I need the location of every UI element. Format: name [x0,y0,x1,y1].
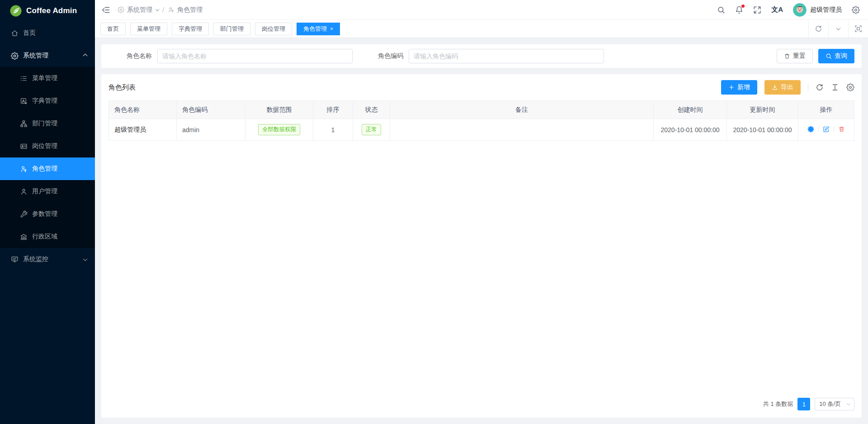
sidebar-item-label: 角色管理 [32,165,87,173]
home-icon [11,29,19,37]
add-button[interactable]: 新增 [721,80,757,95]
gear-icon [118,6,124,13]
sidebar-item-home[interactable]: 首页 [0,22,95,44]
row-permissions-gear-icon[interactable] [807,126,814,133]
sidebar-item-menu-management[interactable]: 菜单管理 [0,67,95,90]
column-header: 角色编码 [177,101,245,119]
tab-label: 字典管理 [179,25,202,33]
search-icon[interactable] [717,6,725,14]
monitor-icon [11,256,19,263]
sidebar-item-post-management[interactable]: 岗位管理 [0,135,95,157]
divider [818,126,819,132]
role-name-input[interactable] [157,49,353,63]
table-row: 超级管理员 admin 全部数据权限 1 正常 2020-10-01 00:00… [109,119,854,141]
tab-label: 岗位管理 [262,25,285,33]
table-header-row: 角色名称 角色编码 数据范围 排序 状态 备注 创建时间 更新时间 操作 [109,101,854,119]
tab-department-management[interactable]: 部门管理 [213,23,250,35]
page-button-1[interactable]: 1 [797,398,810,410]
column-header: 状态 [353,101,390,119]
content: 角色名称 角色编码 重置 查询 [95,38,868,424]
search-button-label: 查询 [835,52,847,60]
topbar: 系统管理 / 角色管理 [95,0,868,20]
reset-button[interactable]: 重置 [777,49,813,63]
username: 超级管理员 [810,6,842,14]
cell-data-scope: 全部数据权限 [245,119,313,141]
refresh-icon[interactable] [816,83,824,91]
tab-home[interactable]: 首页 [100,23,126,35]
role-name-label: 角色名称 [108,52,152,60]
data-scope-tag: 全部数据权限 [258,124,300,135]
user-menu[interactable]: 超级管理员 [793,3,842,17]
tab-dictionary-management[interactable]: 字典管理 [172,23,209,35]
sidebar-item-dictionary-management[interactable]: 字典管理 [0,90,95,112]
notification-badge [741,5,745,8]
delete-icon[interactable] [838,126,845,133]
user-icon [20,188,28,195]
search-form-actions: 重置 查询 [777,49,854,63]
app-logo: Coffee Admin [0,0,95,22]
cell-role-code: admin [177,119,245,141]
table-card-actions: 新增 导出 [721,80,854,95]
sidebar-item-admin-region[interactable]: 行政区域 [0,225,95,248]
app-title: Coffee Admin [26,6,77,15]
download-icon [772,84,778,91]
app-root: Coffee Admin 首页 系统管理 [0,0,868,424]
tab-label: 角色管理 [303,25,327,33]
notification-bell-icon[interactable] [735,6,743,14]
column-header: 更新时间 [727,101,798,119]
pagination: 共 1 条数据 1 10 条/页 [108,391,854,418]
search-button[interactable]: 查询 [818,49,854,63]
tab-label: 首页 [107,25,119,33]
fullscreen-icon[interactable] [753,6,761,14]
row-height-icon[interactable] [831,83,839,91]
column-header: 操作 [798,101,854,119]
edit-icon[interactable] [823,126,830,133]
sidebar-item-parameter-management[interactable]: 参数管理 [0,203,95,225]
sidebar-submenu: 菜单管理 字典管理 部门管理 [0,67,95,248]
role-code-input[interactable] [409,49,604,63]
sidebar-item-system-management[interactable]: 系统管理 [0,44,95,67]
table-card-header: 角色列表 新增 导出 [108,74,854,100]
chevron-down-icon [847,401,850,405]
sidebar-item-system-monitor[interactable]: 系统监控 [0,248,95,271]
page-size-select[interactable]: 10 条/页 [815,398,854,410]
gear-icon [11,52,19,60]
tab-post-management[interactable]: 岗位管理 [255,23,292,35]
tab-role-management[interactable]: 角色管理 × [297,23,340,35]
sidebar-item-label: 菜单管理 [32,74,87,82]
spring-leaf-logo-icon [10,5,22,17]
column-header: 数据范围 [245,101,313,119]
export-button[interactable]: 导出 [764,80,801,95]
tab-menu-management[interactable]: 菜单管理 [130,23,167,35]
cell-created-at: 2020-10-01 00:00:00 [654,119,727,141]
cell-sort: 1 [313,119,353,141]
maximize-content-icon[interactable] [848,20,868,38]
chevron-down-icon[interactable] [828,20,848,38]
language-translate-icon[interactable]: 文A [771,5,783,14]
plus-icon [728,84,735,91]
refresh-icon[interactable] [808,20,828,38]
role-table: 角色名称 角色编码 数据范围 排序 状态 备注 创建时间 更新时间 操作 [108,100,854,141]
id-card-icon [20,143,28,150]
breadcrumb-parent-label: 系统管理 [127,6,152,14]
cell-role-name: 超级管理员 [109,119,177,141]
sidebar-item-label: 参数管理 [32,210,87,218]
column-header: 备注 [390,101,654,119]
breadcrumb-parent[interactable]: 系统管理 [118,6,159,14]
close-icon[interactable]: × [330,26,333,32]
column-header: 排序 [313,101,353,119]
bank-icon [20,233,28,241]
chevron-down-icon [83,257,88,261]
sidebar-menu: 首页 系统管理 菜单管理 [0,22,95,271]
role-icon [20,165,28,173]
settings-gear-icon[interactable] [852,6,860,14]
dictionary-icon [20,97,28,105]
search-icon [826,53,832,59]
column-settings-gear-icon[interactable] [846,83,854,91]
sidebar-item-department-management[interactable]: 部门管理 [0,112,95,135]
sidebar-item-user-management[interactable]: 用户管理 [0,180,95,203]
sidebar-item-role-management[interactable]: 角色管理 [0,157,95,180]
trash-icon [784,53,790,59]
collapse-sidebar-icon[interactable] [101,5,110,14]
wrench-icon [20,210,28,218]
